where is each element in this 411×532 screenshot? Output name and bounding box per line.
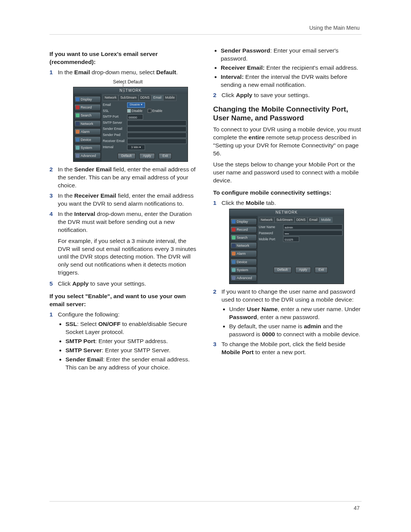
mobile-step-1: Click the Mobile tab. NETWORK Display Re… xyxy=(213,199,362,284)
mobile-step-2: If you want to change the user name and … xyxy=(213,288,362,339)
caption-select-default: Select Default xyxy=(58,79,198,85)
mobile-step-3: To change the Mobile port, click the fie… xyxy=(213,340,362,356)
top-rule xyxy=(49,34,362,35)
dvr-tabs: Network SubStream DDNS Email Mobile xyxy=(103,95,186,101)
heading-mobile-connectivity: Changing the Mobile Connectivity Port, U… xyxy=(213,105,362,123)
dvr-mobile-screenshot: NETWORK Display Record Search Network Al… xyxy=(229,209,344,284)
page-header: Using the Main Menu xyxy=(309,25,360,31)
heading-lorex-server: If you want to use Lorex's email server … xyxy=(49,50,198,66)
step-2: In the Sender Email field, enter the ema… xyxy=(49,166,198,190)
step-3: In the Receiver Email field, enter the e… xyxy=(49,192,198,208)
left-column: If you want to use Lorex's email server … xyxy=(49,46,198,494)
step-4-example: For example, if you select a 3 minute in… xyxy=(58,237,198,277)
dvr-title: NETWORK xyxy=(73,87,188,94)
step-5: Click Apply to save your settings. xyxy=(49,280,198,288)
apply-step-2: Click Apply to save your settings. xyxy=(213,91,362,99)
dvr-sidebar: Display Record Search Network Alarm Devi… xyxy=(73,94,102,161)
heading-enable-own-server: If you select "Enable", and want to use … xyxy=(49,292,198,308)
cfg-step-1: Configure the following: SSL: Select ON/… xyxy=(49,311,198,371)
step-4: In the Interval drop-down menu, enter th… xyxy=(49,210,198,277)
heading-configure-mobile: To configure mobile connectivity setting… xyxy=(213,189,362,197)
step-1: In the Email drop-down menu, select Defa… xyxy=(49,69,198,162)
dvr-email-screenshot: NETWORK Display Record Search Network Al… xyxy=(73,87,188,162)
right-column: Sender Password: Enter your email server… xyxy=(213,46,362,494)
page-number: 47 xyxy=(354,505,360,511)
bottom-rule xyxy=(49,501,362,502)
pointer-line xyxy=(123,83,123,93)
